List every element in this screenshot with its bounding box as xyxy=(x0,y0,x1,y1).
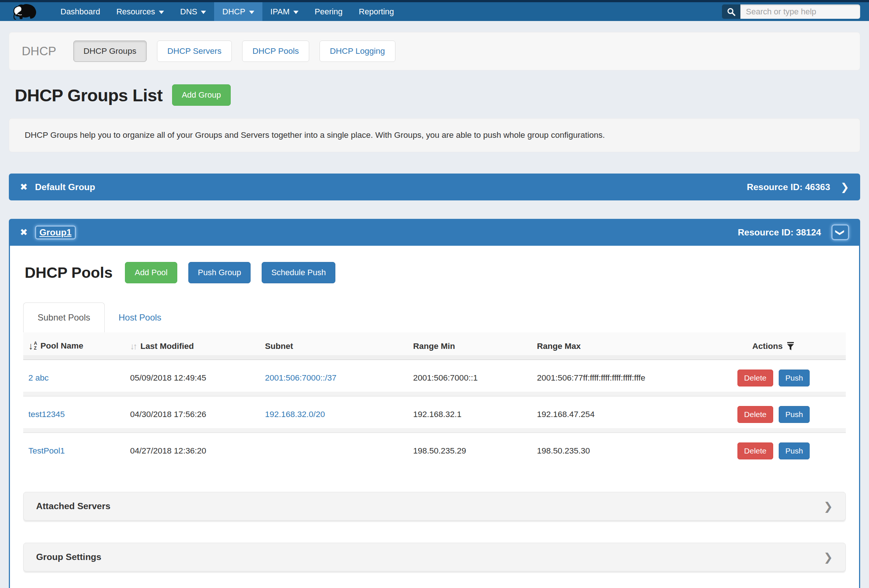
caret-down-icon xyxy=(249,11,254,14)
pool-tabs: Subnet Pools Host Pools xyxy=(23,302,846,332)
column-header-range-min[interactable]: Range Min xyxy=(409,332,532,360)
collapse-group-button[interactable]: ❯ xyxy=(831,224,849,240)
nav-item-reporting[interactable]: Reporting xyxy=(351,2,402,21)
group-settings-bar[interactable]: Group Settings ❯ xyxy=(23,543,846,572)
caret-down-icon xyxy=(159,11,164,14)
tab-dhcp-logging[interactable]: DHCP Logging xyxy=(319,40,396,62)
column-label: Pool Name xyxy=(40,341,83,351)
push-button[interactable]: Push xyxy=(779,443,810,459)
caret-down-icon xyxy=(201,11,206,14)
range-min-value: 192.168.32.1 xyxy=(413,410,461,419)
column-label: Range Min xyxy=(413,342,455,351)
pools-header-row: DHCP Pools Add Pool Push Group Schedule … xyxy=(23,262,846,283)
table-row: 2 abc 05/09/2018 12:49:45 2001:506:7000:… xyxy=(23,360,846,396)
group-name-link[interactable]: Group1 xyxy=(39,227,71,237)
add-group-button[interactable]: Add Group xyxy=(172,84,230,106)
add-pool-button[interactable]: Add Pool xyxy=(125,262,177,283)
search-icon xyxy=(727,7,736,16)
table-row: TestPool1 04/27/2018 12:36:20 198.50.235… xyxy=(23,433,846,470)
subnet-link[interactable]: 2001:506:7000::/37 xyxy=(265,373,337,382)
pool-name-link[interactable]: 2 abc xyxy=(28,373,49,382)
column-header-last-modified[interactable]: ↓↑ Last Modified xyxy=(126,332,261,360)
delete-group-icon[interactable]: ✖ xyxy=(20,182,28,192)
sort-az-icon: ↓ AZ xyxy=(28,341,37,351)
tab-dhcp-servers[interactable]: DHCP Servers xyxy=(157,40,232,62)
page-title-row: DHCP Groups List Add Group xyxy=(9,84,860,106)
last-modified-value: 04/27/2018 12:36:20 xyxy=(130,446,206,455)
column-header-pool-name[interactable]: ↓ AZ Pool Name xyxy=(23,332,126,360)
column-header-subnet[interactable]: Subnet xyxy=(261,332,409,360)
nav-spacer xyxy=(402,2,722,21)
nav-item-label: Reporting xyxy=(359,7,394,16)
search-button[interactable] xyxy=(722,4,740,19)
global-search xyxy=(722,4,860,19)
nav-item-dhcp[interactable]: DHCP xyxy=(214,2,262,21)
group-bar-default-group[interactable]: ✖ Default Group Resource ID: 46363 ❯ xyxy=(9,173,860,200)
nav-item-label: DHCP xyxy=(222,7,245,16)
resource-id-label: Resource ID: 46363 xyxy=(747,182,830,192)
nav-item-label: Peering xyxy=(315,7,343,16)
tab-dhcp-pools[interactable]: DHCP Pools xyxy=(242,40,309,62)
nav-item-label: Resources xyxy=(116,7,155,16)
dhcp-pools-title: DHCP Pools xyxy=(25,264,113,281)
nav-item-ipam[interactable]: IPAM xyxy=(262,2,307,21)
table-row: test12345 04/30/2018 17:56:26 192.168.32… xyxy=(23,396,846,433)
range-min-value: 198.50.235.29 xyxy=(413,446,466,455)
nav-item-label: DNS xyxy=(180,7,197,16)
delete-button[interactable]: Delete xyxy=(737,406,773,423)
dhcp-subnav-panel: DHCP DHCP Groups DHCP Servers DHCP Pools… xyxy=(9,32,860,70)
nav-item-dashboard[interactable]: Dashboard xyxy=(52,2,108,21)
pool-table-body: 2 abc 05/09/2018 12:49:45 2001:506:7000:… xyxy=(23,360,846,470)
group-bar-group1[interactable]: ✖ Group1 Resource ID: 38124 ❯ xyxy=(9,219,860,246)
subnav-section-label: DHCP xyxy=(22,44,56,58)
pool-name-link[interactable]: TestPool1 xyxy=(28,446,65,455)
subnet-pools-table: ↓ AZ Pool Name ↓↑ Last Modified Subnet xyxy=(23,332,846,469)
push-button[interactable]: Push xyxy=(779,370,810,387)
groups-description-text: DHCP Groups help you to organize all of … xyxy=(25,130,605,140)
range-max-value: 192.168.47.254 xyxy=(537,410,595,419)
caret-down-icon xyxy=(294,11,298,14)
nav-item-label: Dashboard xyxy=(61,7,100,16)
column-header-actions: Actions xyxy=(701,332,846,360)
groups-description-panel: DHCP Groups help you to organize all of … xyxy=(9,118,860,152)
chevron-right-icon: ❯ xyxy=(824,551,833,564)
group1-detail-panel: DHCP Pools Add Pool Push Group Schedule … xyxy=(9,246,860,588)
last-modified-value: 04/30/2018 17:56:26 xyxy=(130,410,206,419)
pool-name-link[interactable]: test12345 xyxy=(28,410,65,419)
range-min-value: 2001:506:7000::1 xyxy=(413,373,478,382)
push-button[interactable]: Push xyxy=(779,406,810,423)
page-title: DHCP Groups List xyxy=(15,85,163,105)
column-label: Subnet xyxy=(265,342,293,351)
page-container: DHCP DHCP Groups DHCP Servers DHCP Pools… xyxy=(0,32,869,588)
nav-item-resources[interactable]: Resources xyxy=(108,2,172,21)
filter-icon[interactable] xyxy=(786,342,795,351)
nav-item-peering[interactable]: Peering xyxy=(307,2,351,21)
nav-item-dns[interactable]: DNS xyxy=(172,2,214,21)
tab-host-pools[interactable]: Host Pools xyxy=(105,303,175,332)
chevron-right-icon[interactable]: ❯ xyxy=(841,181,849,193)
delete-button[interactable]: Delete xyxy=(737,370,773,387)
tab-subnet-pools[interactable]: Subnet Pools xyxy=(23,302,105,332)
schedule-push-button[interactable]: Schedule Push xyxy=(262,262,335,283)
table-header-row: ↓ AZ Pool Name ↓↑ Last Modified Subnet xyxy=(23,332,846,360)
range-max-value: 198.50.235.30 xyxy=(537,446,590,455)
tab-dhcp-groups[interactable]: DHCP Groups xyxy=(73,40,147,62)
group-bar-right: Resource ID: 46363 ❯ xyxy=(747,181,849,193)
chevron-down-icon: ❯ xyxy=(835,228,845,236)
column-label: Range Max xyxy=(537,342,581,351)
app-logo[interactable] xyxy=(0,2,52,21)
section-title: Group Settings xyxy=(36,552,101,562)
subnet-link[interactable]: 192.168.32.0/20 xyxy=(265,410,325,419)
resource-id-label: Resource ID: 38124 xyxy=(738,227,821,238)
column-header-range-max[interactable]: Range Max xyxy=(532,332,701,360)
column-label: Actions xyxy=(752,342,783,351)
attached-servers-bar[interactable]: Attached Servers ❯ xyxy=(23,492,846,521)
section-title: Attached Servers xyxy=(36,501,111,511)
nav-menu: Dashboard Resources DNS DHCP IPAM Peerin… xyxy=(52,2,402,21)
group-name-focus-ring: Group1 xyxy=(35,225,76,240)
delete-group-icon[interactable]: ✖ xyxy=(20,227,28,238)
group-bar-right: Resource ID: 38124 ❯ xyxy=(738,224,849,240)
push-group-button[interactable]: Push Group xyxy=(188,262,251,283)
search-input[interactable] xyxy=(740,4,860,19)
delete-button[interactable]: Delete xyxy=(737,443,773,459)
